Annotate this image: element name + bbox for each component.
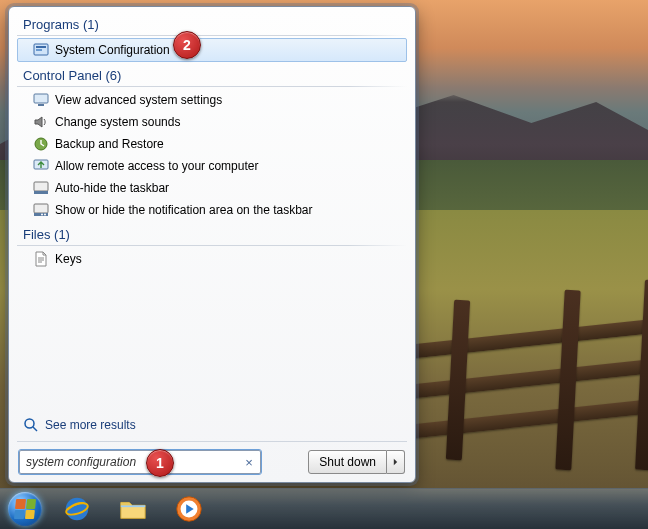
taskbar bbox=[0, 488, 648, 529]
result-notification-area[interactable]: Show or hide the notification area on th… bbox=[9, 199, 415, 221]
group-header-files: Files (1) bbox=[9, 221, 415, 244]
callout-badge-2: 2 bbox=[173, 31, 201, 59]
divider bbox=[17, 86, 407, 87]
taskbar-item-media-player[interactable] bbox=[162, 491, 216, 527]
start-button[interactable] bbox=[2, 490, 48, 528]
callout-badge-1: 1 bbox=[146, 449, 174, 477]
result-label: Auto-hide the taskbar bbox=[55, 181, 169, 195]
svg-rect-1 bbox=[36, 46, 46, 48]
taskbar-icon bbox=[33, 180, 49, 196]
result-label: Allow remote access to your computer bbox=[55, 159, 258, 173]
search-icon bbox=[23, 417, 39, 433]
svg-point-13 bbox=[25, 419, 34, 428]
divider bbox=[17, 245, 407, 246]
windows-orb-icon bbox=[8, 492, 42, 526]
result-system-configuration[interactable]: System Configuration bbox=[17, 38, 407, 62]
result-label: View advanced system settings bbox=[55, 93, 222, 107]
svg-rect-7 bbox=[34, 182, 48, 191]
media-player-icon bbox=[174, 494, 204, 524]
result-label: Keys bbox=[55, 252, 82, 266]
start-menu-bottom-bar: × Shut down bbox=[9, 442, 415, 482]
msconfig-icon bbox=[33, 42, 49, 58]
speaker-icon bbox=[33, 114, 49, 130]
internet-explorer-icon bbox=[62, 494, 92, 524]
tray-icon bbox=[33, 202, 49, 218]
folder-icon bbox=[118, 494, 148, 524]
start-menu-search-panel: Programs (1) System Configuration Contro… bbox=[8, 6, 416, 483]
search-box-wrap: × bbox=[19, 450, 261, 474]
result-backup-and-restore[interactable]: Backup and Restore bbox=[9, 133, 415, 155]
svg-rect-4 bbox=[38, 104, 44, 106]
chevron-right-icon bbox=[393, 458, 398, 466]
svg-rect-3 bbox=[34, 94, 48, 103]
result-view-advanced-system-settings[interactable]: View advanced system settings bbox=[9, 89, 415, 111]
taskbar-item-internet-explorer[interactable] bbox=[50, 491, 104, 527]
monitor-icon bbox=[33, 92, 49, 108]
result-change-system-sounds[interactable]: Change system sounds bbox=[9, 111, 415, 133]
result-auto-hide-taskbar[interactable]: Auto-hide the taskbar bbox=[9, 177, 415, 199]
result-label: Backup and Restore bbox=[55, 137, 164, 151]
group-header-programs: Programs (1) bbox=[9, 11, 415, 34]
result-label: Change system sounds bbox=[55, 115, 180, 129]
svg-point-12 bbox=[41, 214, 43, 216]
svg-rect-9 bbox=[34, 204, 48, 213]
svg-rect-2 bbox=[36, 49, 42, 51]
shutdown-options-button[interactable] bbox=[387, 450, 405, 474]
shutdown-button[interactable]: Shut down bbox=[308, 450, 387, 474]
svg-rect-8 bbox=[34, 191, 48, 194]
see-more-results-label: See more results bbox=[45, 418, 136, 432]
shutdown-split-button: Shut down bbox=[308, 450, 405, 474]
group-header-control-panel: Control Panel (6) bbox=[9, 62, 415, 85]
result-keys-file[interactable]: Keys bbox=[9, 248, 415, 270]
backup-icon bbox=[33, 136, 49, 152]
taskbar-item-file-explorer[interactable] bbox=[106, 491, 160, 527]
result-allow-remote-access[interactable]: Allow remote access to your computer bbox=[9, 155, 415, 177]
search-results: Programs (1) System Configuration Contro… bbox=[9, 7, 415, 417]
svg-point-11 bbox=[44, 214, 46, 216]
see-more-results-link[interactable]: See more results bbox=[9, 417, 415, 441]
text-file-icon bbox=[33, 251, 49, 267]
search-input[interactable] bbox=[19, 450, 261, 474]
result-label: Show or hide the notification area on th… bbox=[55, 203, 313, 217]
remote-icon bbox=[33, 158, 49, 174]
result-label: System Configuration bbox=[55, 43, 170, 57]
clear-search-button[interactable]: × bbox=[241, 454, 257, 470]
divider bbox=[17, 35, 407, 36]
